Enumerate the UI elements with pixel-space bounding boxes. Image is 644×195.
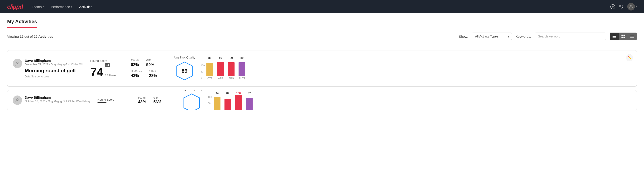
score-section-2: Round Score bbox=[98, 98, 131, 103]
bar-putt-label: PUTT bbox=[239, 77, 245, 80]
page-header: My Activities bbox=[0, 14, 644, 28]
bar2-arg-bar bbox=[235, 95, 242, 110]
stats-section-2: FW Hit 43% GIR 56% bbox=[138, 96, 174, 104]
bar2-app-bar bbox=[224, 98, 231, 110]
nav-performance-label: Performance bbox=[51, 5, 70, 9]
y2-50: 50 bbox=[208, 102, 212, 105]
viewing-total: 29 bbox=[34, 34, 38, 38]
bar-putt-value: 89 bbox=[240, 56, 244, 60]
nav-teams[interactable]: Teams ▾ bbox=[32, 5, 44, 9]
svg-point-17 bbox=[16, 98, 18, 100]
bar-app: 90 APP bbox=[217, 56, 224, 80]
stat-gir-label-2: GIR bbox=[153, 96, 161, 99]
stat-1putt-value: 28% bbox=[149, 74, 157, 78]
score-section: Round Score 74 +4 18 Holes bbox=[90, 59, 124, 78]
y-100: 100 bbox=[200, 64, 205, 67]
stat-pair-2: Up/Down 43% 1 Putt 28% bbox=[131, 70, 166, 78]
nav-activities[interactable]: Activities bbox=[79, 5, 92, 9]
refresh-button[interactable] bbox=[619, 4, 624, 9]
svg-rect-9 bbox=[622, 36, 623, 38]
user-menu-button[interactable]: ▾ bbox=[627, 3, 637, 10]
stat-gir-label: GIR bbox=[146, 59, 154, 62]
navbar: clippd Teams ▾ Performance ▾ Activities bbox=[0, 0, 644, 14]
bar-arg-label: ARG bbox=[229, 77, 234, 80]
quality-title-2: Avg Shot Quality bbox=[181, 90, 202, 91]
stat-pair-1b: FW Hit 43% GIR 56% bbox=[138, 96, 174, 104]
bar-ott-wrap bbox=[206, 60, 213, 76]
bar-putt: 89 PUTT bbox=[238, 56, 245, 80]
quality-label-area-2: Avg Shot Quality bbox=[181, 90, 202, 110]
score-partial bbox=[98, 102, 106, 103]
bar2-arg-value: 106 bbox=[236, 92, 241, 95]
navbar-right: ▾ bbox=[610, 3, 637, 10]
stat-fw-hit: FW Hit 62% bbox=[131, 59, 139, 67]
stat-updown-label: Up/Down bbox=[131, 70, 142, 73]
stat-fw-hit-label-2: FW Hit bbox=[138, 96, 146, 99]
user-date-2: October 16, 2021 - Gog Magog Golf Club -… bbox=[25, 100, 90, 103]
user-info-2: Dave Billingham October 16, 2021 - Gog M… bbox=[25, 96, 90, 103]
navbar-left: clippd Teams ▾ Performance ▾ Activities bbox=[7, 3, 92, 10]
svg-rect-5 bbox=[612, 36, 616, 36]
stat-fw-hit-value-2: 43% bbox=[138, 100, 146, 104]
activity-card-2: Dave Billingham October 16, 2021 - Gog M… bbox=[7, 90, 637, 110]
stats-section: FW Hit 62% GIR 50% Up/Down 43% 1 Putt bbox=[131, 59, 166, 78]
svg-rect-7 bbox=[622, 34, 623, 36]
quality-section-2: Avg Shot Quality 100 50 0 bbox=[181, 90, 631, 110]
bar-arg-wrap bbox=[228, 60, 234, 76]
avatar-2 bbox=[13, 96, 22, 105]
page: My Activities Viewing 12 out of 29 Activ… bbox=[0, 14, 644, 195]
stat-gir: GIR 50% bbox=[146, 59, 154, 67]
view-list-button[interactable] bbox=[610, 33, 619, 40]
stat-gir-value: 50% bbox=[146, 62, 154, 67]
score-big: 74 bbox=[90, 66, 103, 78]
activity-type-dropdown-wrap: All Activity Types bbox=[472, 32, 512, 40]
svg-rect-10 bbox=[624, 36, 625, 38]
bar2-ott-bar bbox=[214, 97, 220, 110]
view-toggle bbox=[610, 32, 637, 40]
bar-ott: 85 OTT bbox=[206, 56, 213, 80]
nav-performance[interactable]: Performance ▾ bbox=[51, 5, 72, 9]
score-badge: +4 bbox=[105, 63, 110, 67]
viewing-middle: out of bbox=[24, 34, 34, 38]
viewing-count: 12 bbox=[20, 34, 24, 38]
stat-1putt-label: 1 Putt bbox=[149, 70, 157, 73]
y2-0: 0 bbox=[208, 108, 212, 110]
keywords-label: Keywords: bbox=[516, 34, 531, 38]
hexagon-2 bbox=[182, 93, 202, 110]
svg-rect-4 bbox=[612, 35, 616, 35]
show-label: Show: bbox=[459, 34, 468, 38]
svg-rect-14 bbox=[630, 38, 634, 38]
quality-title: Avg Shot Quality bbox=[174, 56, 195, 59]
bar-arg: 89 ARG bbox=[228, 56, 234, 80]
page-title: My Activities bbox=[7, 19, 37, 28]
stat-fw-hit-label: FW Hit bbox=[131, 59, 139, 62]
y-0: 0 bbox=[200, 76, 205, 79]
bar-ott-value: 85 bbox=[208, 56, 211, 60]
bar2-app: 82 bbox=[224, 92, 231, 110]
hexagon: 89 bbox=[174, 61, 194, 81]
activity-title: Morning round of golf bbox=[25, 68, 83, 74]
stat-gir-value-2: 56% bbox=[153, 100, 161, 104]
edit-button[interactable]: ✏️ bbox=[626, 54, 633, 61]
stat-fw-hit-2: FW Hit 43% bbox=[138, 96, 146, 104]
stat-fw-hit-value: 62% bbox=[131, 62, 139, 67]
activity-type-dropdown[interactable]: All Activity Types bbox=[472, 32, 512, 40]
view-compact-button[interactable] bbox=[628, 33, 637, 40]
svg-point-3 bbox=[630, 5, 632, 7]
hex-score: 89 bbox=[182, 68, 188, 74]
quality-label-area: Avg Shot Quality 89 bbox=[174, 56, 195, 81]
svg-marker-18 bbox=[184, 94, 200, 110]
svg-point-15 bbox=[16, 62, 18, 64]
stat-updown-value: 43% bbox=[131, 74, 142, 78]
bar-arg-value: 89 bbox=[230, 56, 233, 60]
svg-rect-13 bbox=[630, 36, 634, 37]
search-input[interactable] bbox=[535, 32, 606, 40]
view-grid-button[interactable] bbox=[619, 33, 628, 40]
add-activity-button[interactable] bbox=[610, 4, 615, 9]
chart-y-labels-2: 100 50 0 bbox=[208, 96, 212, 110]
score-holes: 18 Holes bbox=[105, 74, 116, 77]
svg-rect-8 bbox=[624, 34, 625, 36]
bar-putt-bar bbox=[238, 62, 245, 76]
bar-chart-2: 100 50 0 94 82 bbox=[208, 90, 252, 110]
score-row: 74 +4 18 Holes bbox=[90, 63, 124, 78]
